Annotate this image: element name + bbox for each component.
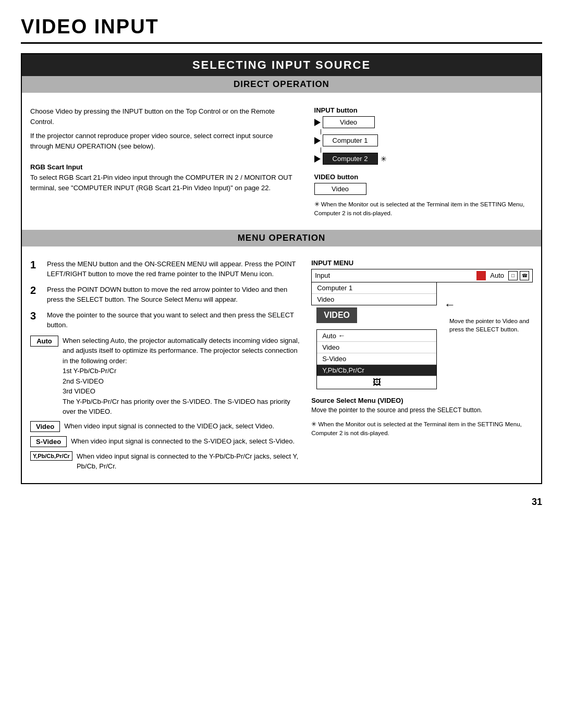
svideo-tag: S-Video bbox=[30, 436, 67, 447]
video-tag-row: Video When video input signal is connect… bbox=[30, 421, 301, 432]
direct-op-para2: If the projector cannot reproduce proper… bbox=[30, 131, 298, 151]
menu-list: Computer 1 Video bbox=[311, 282, 437, 305]
source-item-svideo: S-Video bbox=[317, 353, 436, 365]
menu-operation-left: 1 Press the MENU button and the ON-SCREE… bbox=[30, 259, 311, 476]
step-2: 2 Press the POINT DOWN button to move th… bbox=[30, 285, 301, 305]
video-button-section: VIDEO button Video bbox=[314, 173, 533, 195]
source-item-ypb: Y,Pb/Cb,Pr/Cr bbox=[317, 365, 436, 376]
video-tag: Video bbox=[30, 421, 60, 432]
menu-bar: Input Auto □ ☎ bbox=[311, 269, 533, 282]
menu-operation-header: MENU OPERATION bbox=[22, 230, 541, 246]
page-number: 31 bbox=[21, 497, 542, 508]
arrow-right-diagram-icon: ← bbox=[444, 298, 456, 312]
move-pointer-note: Move the pointer to Video and press the … bbox=[449, 317, 533, 334]
ypb-tag: Y,Pb/Cb,Pr/Cr bbox=[30, 451, 72, 461]
svideo-tag-row: S-Video When video input signal is conne… bbox=[30, 436, 301, 447]
input-button-section: INPUT button Video Computer 1 bbox=[314, 106, 533, 166]
input-menu-title: INPUT MENU bbox=[311, 259, 533, 267]
input-menu-diagram: INPUT MENU Input Auto □ ☎ bbox=[311, 259, 533, 389]
step-2-number: 2 bbox=[30, 285, 42, 305]
source-item-auto: Auto ← bbox=[317, 330, 436, 342]
source-item-icon: 🖼 bbox=[317, 376, 436, 389]
arrow-left-icon: ← bbox=[338, 331, 346, 340]
step-1-number: 1 bbox=[30, 259, 42, 279]
auto-tag-row: Auto When selecting Auto, the projector … bbox=[30, 336, 301, 417]
menu-icon-selected bbox=[476, 271, 486, 280]
video-desc: When video input signal is connected to … bbox=[64, 421, 301, 431]
menu-bar-input-label: Input bbox=[315, 272, 330, 279]
menu-op-footnote: ✳ When the Monitor out is selected at th… bbox=[311, 420, 533, 438]
menu-bar-auto-label: Auto bbox=[490, 272, 504, 279]
source-select-desc: Move the pointer to the source and press… bbox=[311, 405, 533, 415]
step-1-text: Press the MENU button and the ON-SCREEN … bbox=[47, 259, 301, 279]
video-button-box: Video bbox=[314, 183, 366, 195]
page-title: VIDEO INPUT bbox=[21, 16, 542, 44]
arrow-icon-1 bbox=[314, 119, 321, 126]
input-button-label: INPUT button bbox=[314, 106, 533, 114]
input-video-box: Video bbox=[323, 116, 375, 128]
arrow-icon-3 bbox=[314, 155, 321, 163]
step-1: 1 Press the MENU button and the ON-SCREE… bbox=[30, 259, 301, 279]
asterisk-marker: ✳ bbox=[381, 155, 387, 163]
svideo-desc: When video input signal is connected to … bbox=[71, 436, 301, 447]
direct-operation-section: DIRECT OPERATION Choose Video by pressin… bbox=[22, 76, 541, 230]
step-3-text: Move the pointer to the source that you … bbox=[47, 310, 301, 330]
direct-operation-right: INPUT button Video Computer 1 bbox=[310, 106, 533, 223]
arrow-icon-2 bbox=[314, 137, 321, 144]
menu-icon-2: □ bbox=[508, 271, 518, 280]
source-select-label: Source Select Menu (VIDEO) bbox=[311, 397, 533, 404]
menu-list-video: Video bbox=[312, 294, 436, 305]
rgb-scart-label: RGB Scart Input bbox=[30, 163, 298, 171]
step-2-text: Press the POINT DOWN button to move the … bbox=[47, 285, 301, 305]
direct-op-footnote: ✳ When the Monitor out is selected at th… bbox=[314, 200, 533, 218]
menu-operation-section: MENU OPERATION 1 Press the MENU button a… bbox=[22, 230, 541, 483]
auto-tag: Auto bbox=[30, 336, 58, 347]
menu-list-computer1: Computer 1 bbox=[312, 282, 436, 294]
input-computer1-box: Computer 1 bbox=[323, 134, 378, 146]
selecting-input-source-box: SELECTING INPUT SOURCE DIRECT OPERATION … bbox=[21, 53, 542, 484]
auto-desc: When selecting Auto, the projector autom… bbox=[63, 336, 301, 417]
rgb-scart-text: To select RGB Scart 21-Pin video input t… bbox=[30, 172, 298, 193]
step-3-number: 3 bbox=[30, 310, 42, 330]
input-computer2-box: Computer 2 bbox=[323, 153, 378, 165]
direct-op-para1: Choose Video by pressing the INPUT butto… bbox=[30, 106, 298, 127]
source-select-menu: Auto ← Video S-Video Y,Pb/Cb,Pr/Cr 🖼 bbox=[316, 329, 437, 389]
diagram-row: Computer 1 Video VIDEO Auto ← Video bbox=[311, 282, 533, 389]
video-button-label: VIDEO button bbox=[314, 173, 533, 181]
step-3: 3 Move the pointer to the source that yo… bbox=[30, 310, 301, 330]
ypb-tag-row: Y,Pb/Cb,Pr/Cr When video input signal is… bbox=[30, 451, 301, 472]
ypb-desc: When video input signal is connected to … bbox=[77, 451, 301, 472]
menu-icon-3: ☎ bbox=[520, 271, 529, 280]
video-highlight-box: VIDEO bbox=[316, 307, 357, 323]
selecting-input-source-header: SELECTING INPUT SOURCE bbox=[22, 54, 541, 76]
menu-bar-icons: Auto □ ☎ bbox=[476, 271, 529, 280]
menu-operation-right: INPUT MENU Input Auto □ ☎ bbox=[311, 259, 533, 476]
source-item-video: Video bbox=[317, 342, 436, 353]
direct-operation-header: DIRECT OPERATION bbox=[22, 76, 541, 93]
direct-operation-left: Choose Video by pressing the INPUT butto… bbox=[30, 106, 310, 223]
